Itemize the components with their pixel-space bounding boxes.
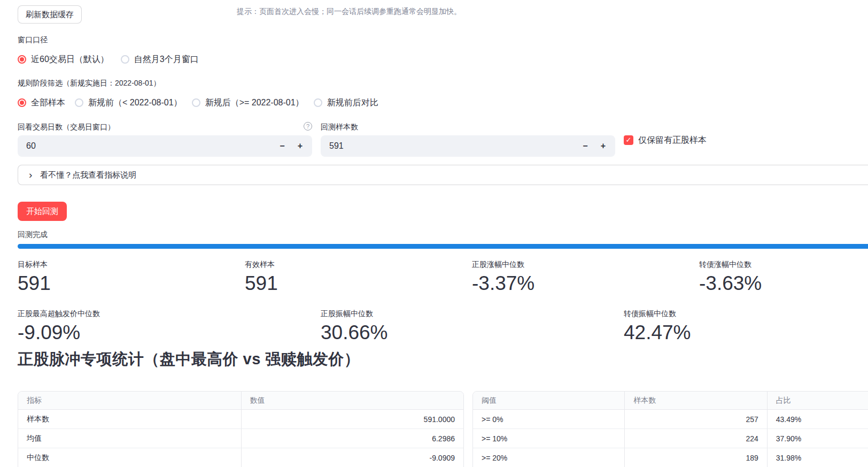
- metric-bond-median-change: 转债涨幅中位数 -3.63%: [699, 260, 868, 295]
- parameter-widgets-row: 回看交易日数（交易日窗口） ? 60 − + 回测样本数 591 − + ✓ 仅…: [18, 123, 868, 157]
- only-with-stock-checkbox-row[interactable]: ✓ 仅保留有正股样本: [624, 123, 868, 157]
- count-cell: 257: [624, 410, 767, 429]
- ratio-cell: 31.98%: [767, 448, 868, 467]
- metric-target-samples: 目标样本 591: [18, 260, 236, 295]
- lookback-days-label: 回看交易日数（交易日窗口）: [18, 123, 115, 132]
- only-with-stock-label: 仅保留有正股样本: [638, 135, 707, 146]
- radio-unselected-icon: [314, 98, 322, 107]
- sample-count-input[interactable]: 591 − +: [321, 135, 615, 157]
- lookback-days-input[interactable]: 60 − +: [18, 135, 312, 157]
- stat-name-cell: 样本数: [18, 410, 241, 429]
- stat-name-cell: 均值: [18, 429, 241, 448]
- ratio-cell: 43.49%: [767, 410, 868, 429]
- metric-stock-amplitude-median: 正股振幅中位数 30.66%: [321, 309, 615, 344]
- rule-stage-label: 规则阶段筛选（新规实施日：2022-08-01）: [18, 79, 161, 88]
- metric-value: -3.63%: [699, 273, 868, 295]
- radio-after-rule[interactable]: 新规后（>= 2022-08-01）: [192, 97, 304, 109]
- radio-label: 近60交易日（默认）: [31, 54, 109, 65]
- indicator-help-expander[interactable]: › 看不懂？点我查看指标说明: [18, 165, 868, 185]
- plus-step-icon[interactable]: +: [588, 142, 606, 150]
- metric-stock-median-change: 正股涨幅中位数 -3.37%: [472, 260, 691, 295]
- chevron-right-icon: ›: [29, 170, 32, 180]
- progress-bar-fill: [18, 244, 868, 249]
- metric-label: 目标样本: [18, 260, 236, 270]
- thresholds-table: 阈值 样本数 占比 >= 0% 257 43.49% >= 10% 224 37…: [472, 391, 868, 467]
- stat-value-cell: -9.0909: [241, 448, 464, 467]
- threshold-cell: >= 10%: [473, 429, 624, 448]
- window-scope-radio-group: 近60交易日（默认） 自然月3个月窗口: [18, 53, 199, 66]
- metric-label: 转债涨幅中位数: [699, 260, 868, 270]
- refresh-cache-button[interactable]: 刷新数据缓存: [18, 5, 82, 24]
- radio-unselected-icon: [75, 98, 83, 107]
- table-header-row: 阈值 样本数 占比: [473, 392, 868, 410]
- radio-label: 新规前（< 2022-08-01）: [88, 97, 182, 109]
- stat-name-cell: 中位数: [18, 448, 241, 467]
- metric-value: 30.66%: [321, 322, 615, 344]
- radio-window-60d[interactable]: 近60交易日（默认）: [18, 54, 109, 65]
- metric-label: 正股最高超触发价中位数: [18, 309, 312, 319]
- radio-label: 新规后（>= 2022-08-01）: [205, 97, 304, 109]
- rule-stage-radio-group: 全部样本 新规前（< 2022-08-01） 新规后（>= 2022-08-01…: [18, 96, 378, 109]
- count-cell: 224: [624, 429, 767, 448]
- backtest-progress-bar: [18, 244, 868, 249]
- radio-unselected-icon: [192, 98, 200, 107]
- metric-value: 591: [18, 273, 236, 295]
- sample-count-widget: 回测样本数 591 − +: [321, 123, 615, 157]
- pulse-stats-tables: 指标 数值 样本数 591.0000 均值 6.2986 中位数 -9.0909: [18, 391, 868, 467]
- column-header: 指标: [18, 392, 241, 410]
- radio-selected-icon: [18, 55, 26, 64]
- threshold-cell: >= 20%: [473, 448, 624, 467]
- radio-window-3month[interactable]: 自然月3个月窗口: [121, 54, 199, 65]
- metric-value: -9.09%: [18, 322, 312, 344]
- threshold-cell: >= 0%: [473, 410, 624, 429]
- help-icon[interactable]: ?: [304, 122, 312, 131]
- table-row: >= 0% 257 43.49%: [473, 410, 868, 429]
- backtest-status-text: 回测完成: [18, 230, 48, 240]
- checkbox-checked-icon[interactable]: ✓: [624, 135, 633, 145]
- pulse-stats-section-title: 正股脉冲专项统计（盘中最高价 vs 强赎触发价）: [18, 349, 360, 370]
- table-row: 中位数 -9.0909: [18, 448, 463, 467]
- metric-label: 转债振幅中位数: [624, 309, 868, 319]
- lookback-days-widget: 回看交易日数（交易日窗口） ? 60 − +: [18, 123, 312, 157]
- ratio-cell: 37.90%: [767, 429, 868, 448]
- minus-step-icon[interactable]: −: [267, 142, 284, 150]
- metrics-row-1: 目标样本 591 有效样本 591 正股涨幅中位数 -3.37% 转债涨幅中位数…: [18, 260, 868, 295]
- radio-compare-rule[interactable]: 新规前后对比: [314, 97, 378, 109]
- page: 刷新数据缓存 提示：页面首次进入会慢；同一会话后续调参重跑通常会明显加快。 窗口…: [18, 0, 868, 467]
- radio-label: 新规前后对比: [327, 97, 378, 109]
- radio-selected-icon: [18, 98, 26, 107]
- sample-count-value[interactable]: 591: [329, 141, 570, 151]
- radio-before-rule[interactable]: 新规前（< 2022-08-01）: [75, 97, 182, 109]
- table-header-row: 指标 数值: [18, 392, 463, 410]
- window-scope-label: 窗口口径: [18, 35, 48, 45]
- lookback-days-value[interactable]: 60: [26, 141, 267, 151]
- metric-bond-amplitude-median: 转债振幅中位数 42.47%: [624, 309, 868, 344]
- radio-label: 自然月3个月窗口: [134, 54, 199, 65]
- column-header: 阈值: [473, 392, 624, 410]
- column-header: 样本数: [624, 392, 767, 410]
- plus-step-icon[interactable]: +: [285, 142, 303, 150]
- table-row: 均值 6.2986: [18, 429, 463, 448]
- metric-value: -3.37%: [472, 273, 691, 295]
- page-hint-text: 提示：页面首次进入会慢；同一会话后续调参重跑通常会明显加快。: [237, 7, 461, 17]
- metric-label: 有效样本: [245, 260, 463, 270]
- metric-value: 42.47%: [624, 322, 868, 344]
- sample-count-label: 回测样本数: [321, 123, 358, 132]
- stat-value-cell: 6.2986: [241, 429, 464, 448]
- column-header: 占比: [767, 392, 868, 410]
- table-row: >= 10% 224 37.90%: [473, 429, 868, 448]
- minus-step-icon[interactable]: −: [570, 142, 587, 150]
- count-cell: 189: [624, 448, 767, 467]
- stats-table: 指标 数值 样本数 591.0000 均值 6.2986 中位数 -9.0909: [18, 391, 464, 467]
- metric-value: 591: [245, 273, 463, 295]
- start-backtest-button[interactable]: 开始回测: [18, 202, 67, 221]
- stat-value-cell: 591.0000: [241, 410, 464, 429]
- metric-stock-high-over-trigger-median: 正股最高超触发价中位数 -9.09%: [18, 309, 312, 344]
- expander-label: 看不懂？点我查看指标说明: [40, 170, 136, 180]
- table-row: 样本数 591.0000: [18, 410, 463, 429]
- metric-valid-samples: 有效样本 591: [245, 260, 463, 295]
- radio-unselected-icon: [121, 55, 129, 64]
- radio-all-samples[interactable]: 全部样本: [18, 97, 65, 109]
- metric-label: 正股振幅中位数: [321, 309, 615, 319]
- metrics-row-2: 正股最高超触发价中位数 -9.09% 正股振幅中位数 30.66% 转债振幅中位…: [18, 309, 868, 344]
